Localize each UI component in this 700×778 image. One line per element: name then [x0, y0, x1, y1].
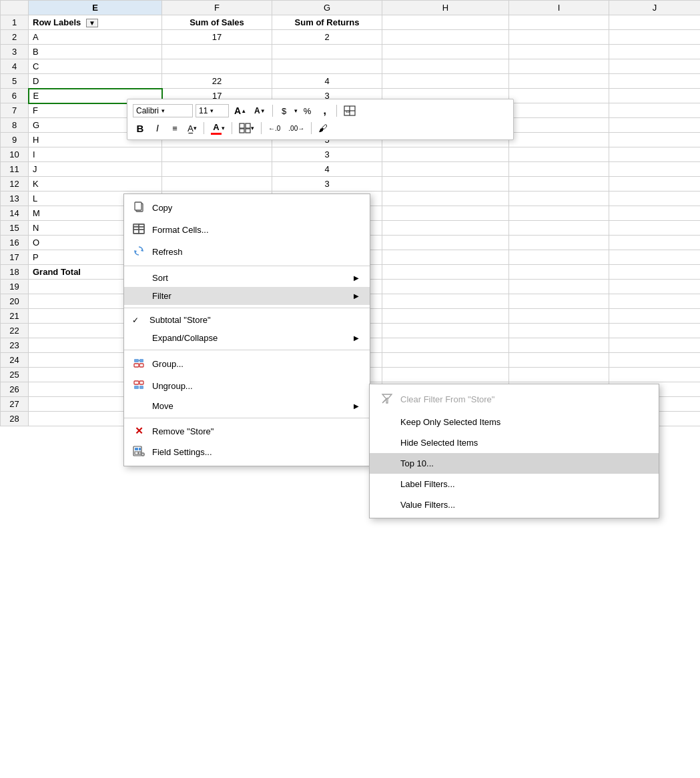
group-icon	[132, 357, 145, 371]
filter-label: Filter	[152, 291, 347, 301]
comma-button[interactable]: ,	[318, 103, 332, 118]
svg-rect-26	[134, 386, 139, 389]
svg-rect-30	[139, 448, 141, 450]
svg-rect-16	[139, 230, 144, 234]
submenu-item-keep-only[interactable]: Keep Only Selected Items	[370, 412, 659, 432]
borders-button[interactable]: ▾	[236, 121, 257, 135]
menu-item-format-cells[interactable]: Format Cells...	[124, 219, 370, 241]
clear-filter-label: Clear Filter From "Store"	[400, 394, 494, 404]
row-1-j	[609, 15, 701, 30]
label-b[interactable]: B	[29, 45, 162, 59]
menu-item-expand-collapse[interactable]: Expand/Collapse ▶	[124, 329, 370, 347]
label-d[interactable]: D	[29, 74, 162, 89]
col-h-header[interactable]: H	[382, 1, 509, 15]
label-filters-label: Label Filters...	[400, 479, 455, 489]
returns-a: 2	[272, 30, 382, 45]
svg-rect-32	[139, 452, 141, 454]
increase-font-button[interactable]: A▲	[232, 103, 249, 118]
bold-button[interactable]: B	[133, 121, 147, 135]
row-1-i	[509, 15, 609, 30]
font-color-button[interactable]: A ▾	[208, 121, 228, 135]
submenu-item-top10[interactable]: Top 10...	[370, 453, 659, 474]
merge-cells-button[interactable]: ⇔	[341, 103, 358, 118]
svg-rect-29	[135, 448, 138, 450]
label-i[interactable]: I	[29, 147, 162, 162]
filter-submenu: Clear Filter From "Store" Keep Only Sele…	[369, 384, 659, 518]
keep-only-label: Keep Only Selected Items	[400, 417, 500, 427]
sep-4	[232, 122, 232, 134]
sep-5	[261, 122, 262, 134]
font-color-dropdown-icon[interactable]: ▾	[222, 125, 225, 131]
svg-rect-4	[240, 123, 244, 128]
menu-item-filter[interactable]: Filter ▶	[124, 287, 370, 305]
sum-returns-header: Sum of Returns	[272, 15, 382, 30]
col-e-header[interactable]: E	[29, 1, 162, 15]
menu-item-move[interactable]: Move ▶	[124, 397, 370, 415]
expand-collapse-label: Expand/Collapse	[152, 333, 347, 343]
font-name-text: Calibri	[136, 106, 159, 115]
highlight-dropdown-icon[interactable]: ▾	[194, 125, 197, 131]
pivot-row-d: 5 D 22 4	[1, 74, 701, 89]
align-button[interactable]: ≡	[167, 121, 182, 135]
submenu-item-clear-filter[interactable]: Clear Filter From "Store"	[370, 387, 659, 412]
increase-decimal-button[interactable]: .00→	[286, 121, 307, 135]
field-settings-icon	[132, 445, 145, 459]
top10-label: Top 10...	[400, 458, 434, 468]
pivot-header-row: 1 Row Labels ▼ Sum of Sales Sum of Retur…	[1, 15, 701, 30]
svg-rect-7	[246, 129, 250, 133]
submenu-item-value-filters[interactable]: Value Filters...	[370, 494, 659, 515]
menu-item-ungroup[interactable]: Ungroup...	[124, 375, 370, 397]
label-j[interactable]: J	[29, 162, 162, 177]
row-labels-filter-btn[interactable]: ▼	[86, 19, 98, 27]
decrease-font-button[interactable]: A▼	[252, 103, 268, 118]
font-name-select[interactable]: Calibri ▾	[133, 104, 193, 117]
svg-rect-21	[134, 364, 139, 367]
menu-item-subtotal[interactable]: ✓ Subtotal "Store"	[124, 311, 370, 329]
font-size-select[interactable]: 11 ▾	[196, 104, 229, 117]
highlight-color-button[interactable]: A̲ ▾	[185, 121, 200, 135]
remove-label: Remove "Store"	[152, 426, 359, 436]
borders-dropdown-icon[interactable]: ▾	[251, 125, 254, 131]
move-label: Move	[152, 401, 347, 411]
decrease-decimal-button[interactable]: ←.0	[266, 121, 283, 135]
pivot-row-a: 2 A 17 2	[1, 30, 701, 45]
svg-rect-6	[240, 129, 244, 133]
currency-dropdown-icon[interactable]: ▾	[294, 107, 298, 114]
col-g-header[interactable]: G	[272, 1, 382, 15]
percent-button[interactable]: %	[300, 103, 315, 118]
menu-item-remove[interactable]: ✕ Remove "Store"	[124, 421, 370, 441]
sep-6	[311, 122, 312, 134]
menu-item-sort[interactable]: Sort ▶	[124, 269, 370, 287]
subtotal-check-icon: ✓	[132, 316, 143, 325]
sep-after-filter	[124, 308, 370, 308]
paint-button[interactable]: 🖌	[316, 121, 330, 135]
expand-collapse-arrow-icon: ▶	[354, 334, 359, 342]
col-i-header[interactable]: I	[509, 1, 609, 15]
submenu-item-hide-selected[interactable]: Hide Selected Items	[370, 432, 659, 453]
filter-arrow-icon: ▶	[354, 292, 359, 300]
svg-rect-19	[134, 359, 139, 362]
menu-item-copy[interactable]: Copy	[124, 197, 370, 219]
italic-button[interactable]: I	[150, 121, 165, 135]
menu-item-group[interactable]: Group...	[124, 353, 370, 375]
highlight-icon: A̲	[188, 123, 194, 133]
spreadsheet: E F G H I J 1 Row Labels ▼ Sum of Sales …	[0, 0, 700, 778]
menu-item-field-settings[interactable]: Field Settings...	[124, 441, 370, 463]
row-labels-cell[interactable]: Row Labels ▼	[29, 15, 162, 30]
row-1-h	[382, 15, 509, 30]
svg-rect-25	[139, 381, 143, 384]
svg-rect-15	[133, 230, 139, 234]
label-c[interactable]: C	[29, 59, 162, 74]
svg-text:⇔: ⇔	[346, 109, 350, 115]
col-f-header[interactable]: F	[162, 1, 272, 15]
context-menu: Copy Format Cells...	[123, 193, 370, 466]
col-j-header[interactable]: J	[609, 1, 701, 15]
currency-button[interactable]: $	[277, 103, 292, 118]
label-a[interactable]: A	[29, 30, 162, 45]
font-size-text: 11	[199, 106, 208, 115]
pivot-row-i: 10 I 3	[1, 147, 701, 162]
label-k[interactable]: K	[29, 177, 162, 191]
sep-2	[336, 105, 337, 117]
menu-item-refresh[interactable]: Refresh	[124, 241, 370, 263]
submenu-item-label-filters[interactable]: Label Filters...	[370, 474, 659, 494]
